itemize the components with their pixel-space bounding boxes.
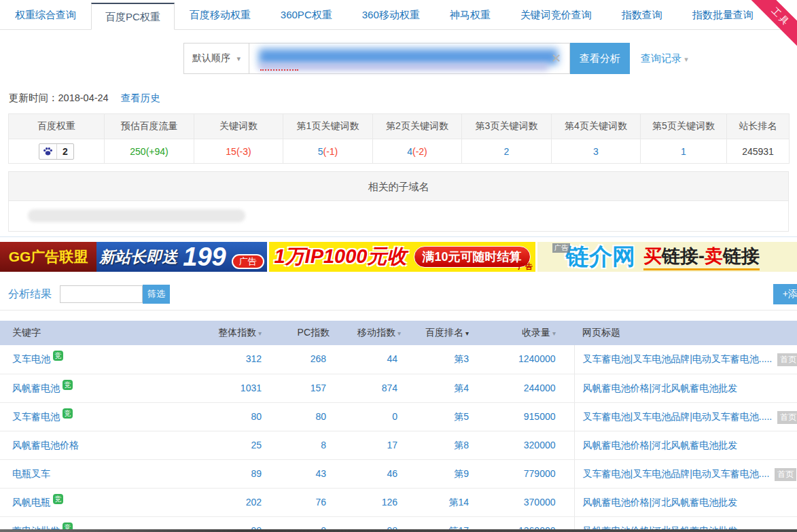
ad-badge: 广告 xyxy=(518,262,533,272)
tab-8[interactable]: 指数批量查询 xyxy=(677,1,768,29)
baidu-weight-badge[interactable]: 2 xyxy=(39,143,74,160)
stat-value: 1 xyxy=(681,146,686,157)
add-new-keyword-button[interactable]: +添加新词 xyxy=(773,284,797,304)
mobile-index-cell: 126 xyxy=(330,488,401,516)
stats-value-cell-7: 1 xyxy=(641,139,727,164)
tab-1[interactable]: 百度PC权重 xyxy=(91,3,175,30)
ad-lianjie-text: 买链接-卖链接 xyxy=(643,244,760,270)
stats-value-cell-1: 250(+94) xyxy=(105,139,194,164)
page-title-link[interactable]: 风帆蓄电池价格|河北风帆蓄电池批发 xyxy=(583,383,738,393)
keyword-link[interactable]: 风帆蓄电池 xyxy=(12,383,60,393)
results-header-5[interactable]: 收录量▾ xyxy=(476,321,574,345)
tab-7[interactable]: 指数查询 xyxy=(607,1,677,29)
related-subdomains-title: 相关的子域名 xyxy=(9,172,788,201)
stats-value-cell-3: 5(-1) xyxy=(283,139,373,164)
ad-gg-text: 新站长即送 xyxy=(99,247,177,268)
keyword-link[interactable]: 电瓶叉车 xyxy=(12,468,50,479)
indexed-count-cell: 370000 xyxy=(476,488,574,516)
results-header-label: PC指数 xyxy=(298,327,330,338)
keyword-cell: 风帆蓄电池竞 xyxy=(0,374,204,402)
results-header-label: 网页标题 xyxy=(582,327,620,338)
sort-caret-icon[interactable]: ▾ xyxy=(465,330,469,337)
results-header-4[interactable]: 百度排名▾ xyxy=(401,321,476,345)
stat-value: 3 xyxy=(593,146,599,157)
stats-value-cell-4: 4(-2) xyxy=(373,139,462,164)
analyze-button[interactable]: 查看分析 xyxy=(570,43,630,74)
results-header-label: 关键字 xyxy=(12,327,41,338)
results-header-6: 网页标题 xyxy=(574,321,797,345)
ad-ip-text: 1万IP1000元收 xyxy=(274,243,406,270)
page-title-link[interactable]: 叉车蓄电池|叉车电池品牌|电动叉车蓄电池..... xyxy=(583,353,773,364)
tab-0[interactable]: 权重综合查询 xyxy=(0,1,91,29)
ad-banner-gg[interactable]: GG广告联盟 新站长即送 199 广告 xyxy=(0,242,267,272)
filter-button[interactable]: 筛选 xyxy=(143,285,170,304)
results-header-label: 移动指数 xyxy=(357,327,395,338)
clear-input-icon[interactable]: ✕ xyxy=(551,43,561,73)
redacted-domain-text-2 xyxy=(259,64,548,70)
tab-5[interactable]: 神马权重 xyxy=(435,1,506,29)
mobile-index-cell: 44 xyxy=(330,345,401,374)
bidding-icon: 竞 xyxy=(63,408,73,419)
bidding-icon: 竞 xyxy=(53,494,63,504)
table-row-4: 电瓶叉车894346第9779000叉车蓄电池|叉车电池品牌|电动叉车蓄电池..… xyxy=(0,459,797,488)
query-history-label: 查询记录 xyxy=(641,52,681,64)
tab-2[interactable]: 百度移动权重 xyxy=(175,1,266,29)
stats-value-cell-0: 2 xyxy=(9,139,105,164)
stats-value-cell-2: 15(-3) xyxy=(194,139,283,164)
homepage-badge: 首页 xyxy=(775,468,796,481)
query-history-dropdown[interactable]: 查询记录 ▾ xyxy=(641,43,688,74)
ad-buy: 买 xyxy=(643,246,662,266)
overall-index-cell: 312 xyxy=(204,345,262,374)
tab-3[interactable]: 360PC权重 xyxy=(266,1,347,29)
view-history-link[interactable]: 查看历史 xyxy=(121,92,160,103)
indexed-count-cell: 915000 xyxy=(476,402,574,431)
sort-order-label: 默认顺序 xyxy=(192,52,230,65)
page-title-link[interactable]: 风帆蓄电池价格|河北风帆蓄电池批发 xyxy=(583,497,738,508)
page-title-cell: 风帆蓄电池价格|河北风帆蓄电池批发 xyxy=(574,431,797,459)
stats-header-cell-5: 第3页关键词数 xyxy=(462,114,552,139)
filter-input[interactable] xyxy=(60,285,143,303)
ad-link1: 链接 xyxy=(662,246,698,266)
stat-delta: (-2) xyxy=(412,146,427,157)
related-subdomains-body xyxy=(9,201,788,231)
ad-gg-brand: GG广告联盟 xyxy=(0,242,96,272)
results-header-0: 关键字 xyxy=(0,321,204,345)
ad-badge: 广告 xyxy=(232,254,264,269)
keyword-link[interactable]: 叉车电池 xyxy=(12,353,50,364)
page-title-cell: 叉车蓄电池|叉车电池品牌|电动叉车蓄电池.....首页 xyxy=(574,345,797,374)
sort-caret-icon[interactable]: ▾ xyxy=(552,330,556,337)
results-header-1[interactable]: 整体指数▾ xyxy=(204,321,262,345)
keyword-link[interactable]: 风帆电瓶 xyxy=(12,497,50,508)
bidding-icon: 竞 xyxy=(53,351,63,361)
stat-value: 5 xyxy=(318,146,323,157)
mobile-index-cell: 874 xyxy=(330,374,401,402)
update-time-row: 更新时间：2018-04-24 查看历史 xyxy=(9,92,160,105)
tab-6[interactable]: 关键词竞价查询 xyxy=(506,1,607,29)
tab-4[interactable]: 360移动权重 xyxy=(347,1,435,29)
sort-caret-icon[interactable]: ▾ xyxy=(397,330,401,337)
domain-query-input[interactable]: ✕ xyxy=(249,43,570,74)
pc-index-cell: 268 xyxy=(262,345,330,374)
page-title-link[interactable]: 风帆蓄电池价格|河北风帆蓄电池批发 xyxy=(583,440,738,450)
results-header-row: 关键字整体指数▾PC指数移动指数▾百度排名▾收录量▾网页标题 xyxy=(0,321,797,345)
page-title-link[interactable]: 叉车蓄电池|叉车电池品牌|电动叉车蓄电池.... xyxy=(583,468,770,479)
overall-index-cell: 202 xyxy=(204,488,262,516)
sort-order-select[interactable]: 默认顺序 ▾ xyxy=(183,43,249,74)
baidu-rank-cell: 第5 xyxy=(401,402,476,431)
homepage-badge: 首页 xyxy=(777,353,797,366)
ad-gg-main: 新站长即送 199 广告 xyxy=(96,242,267,272)
ad-banner-lianjie[interactable]: 广告 链介网 买链接-卖链接 xyxy=(537,242,797,272)
stats-header-cell-6: 第4页关键词数 xyxy=(552,114,641,139)
overall-index-cell: 89 xyxy=(204,459,262,488)
sort-caret-icon[interactable]: ▾ xyxy=(258,330,262,337)
ad-banner-ip[interactable]: 1万IP1000元收 满10元可随时结算 广告 xyxy=(269,242,535,272)
redacted-subdomain[interactable] xyxy=(28,209,245,222)
keyword-cell: 叉车蓄电池竞 xyxy=(0,402,204,431)
keyword-cell: 风帆蓄电池价格 xyxy=(0,431,204,459)
keyword-results-table: 关键字整体指数▾PC指数移动指数▾百度排名▾收录量▾网页标题 叉车电池竞3122… xyxy=(0,321,797,532)
overall-index-cell: 25 xyxy=(204,431,262,459)
keyword-link[interactable]: 风帆蓄电池价格 xyxy=(12,440,79,450)
results-header-3[interactable]: 移动指数▾ xyxy=(330,321,401,345)
page-title-link[interactable]: 叉车蓄电池|叉车电池品牌|电动叉车蓄电池..... xyxy=(583,411,773,422)
keyword-link[interactable]: 叉车蓄电池 xyxy=(12,411,60,422)
